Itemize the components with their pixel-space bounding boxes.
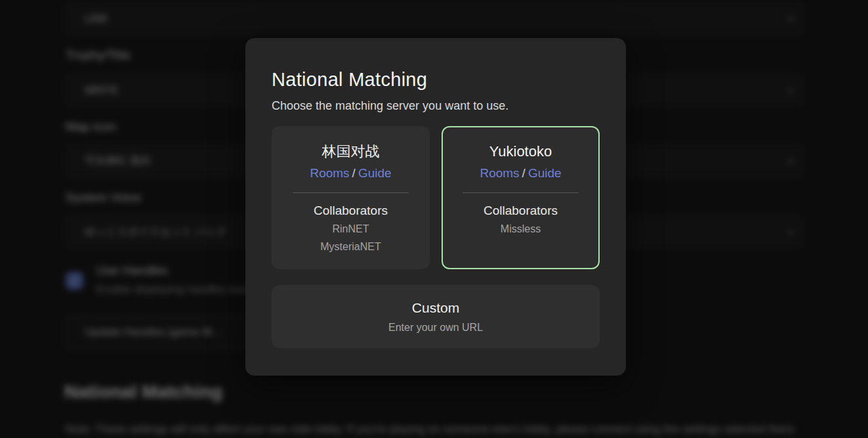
server-name: Yukiotoko — [443, 142, 598, 162]
server-links: Rooms/Guide — [443, 165, 598, 182]
national-matching-dialog: National Matching Choose the matching se… — [245, 38, 626, 376]
guide-link[interactable]: Guide — [358, 166, 392, 180]
rooms-link[interactable]: Rooms — [480, 166, 519, 180]
custom-server-card[interactable]: Custom Enter your own URL — [272, 285, 600, 348]
guide-link[interactable]: Guide — [528, 166, 562, 180]
custom-card-subtitle: Enter your own URL — [388, 322, 483, 334]
dialog-subtitle: Choose the matching server you want to u… — [272, 99, 600, 113]
card-divider — [463, 192, 579, 193]
server-options-row: 林国对战 Rooms/Guide Collaborators RinNET My… — [272, 126, 600, 269]
server-card-yukiotoko[interactable]: Yukiotoko Rooms/Guide Collaborators Miss… — [442, 126, 600, 269]
link-separator: / — [350, 166, 358, 180]
card-divider — [293, 192, 409, 193]
link-separator: / — [520, 166, 528, 180]
collaborators-heading: Collaborators — [273, 203, 428, 219]
rooms-link[interactable]: Rooms — [310, 166, 349, 180]
collaborator-name: RinNET — [273, 221, 428, 236]
collaborator-name: Missless — [443, 221, 598, 236]
server-card-linguo[interactable]: 林国对战 Rooms/Guide Collaborators RinNET My… — [272, 126, 430, 269]
server-links: Rooms/Guide — [273, 165, 428, 182]
dialog-title: National Matching — [272, 68, 600, 91]
collaborators-heading: Collaborators — [443, 203, 598, 219]
custom-card-title: Custom — [412, 300, 459, 316]
server-name: 林国对战 — [273, 142, 428, 162]
collaborator-name: MysteriaNET — [273, 239, 428, 254]
